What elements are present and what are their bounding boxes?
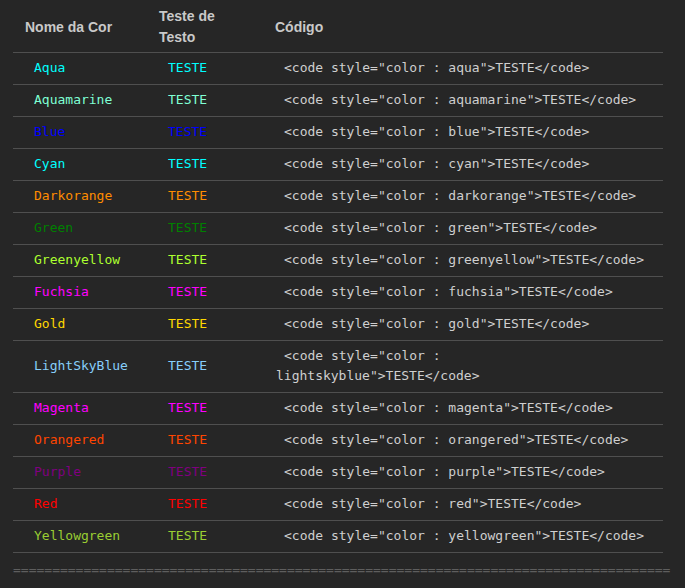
table-row: AquaTESTE<code style="color : aqua">TEST… <box>13 53 663 85</box>
color-name-cell: Fuchsia <box>13 277 147 309</box>
table-row: BlueTESTE<code style="color : blue">TEST… <box>13 117 663 149</box>
color-test-cell: TESTE <box>147 149 263 181</box>
color-name-cell: Greenyellow <box>13 245 147 277</box>
color-test-cell: TESTE <box>147 85 263 117</box>
document: Nome da Cor Teste de Testo Código AquaTE… <box>0 0 685 577</box>
table-row: RedTESTE<code style="color : red">TESTE<… <box>13 489 663 521</box>
color-name-cell: Cyan <box>13 149 147 181</box>
color-table-body: AquaTESTE<code style="color : aqua">TEST… <box>13 53 663 553</box>
color-code-cell: <code style="color : red">TESTE</code> <box>263 489 663 521</box>
color-code-cell: <code style="color : orangered">TESTE</c… <box>263 425 663 457</box>
color-code-cell: <code style="color : darkorange">TESTE</… <box>263 181 663 213</box>
color-table: Nome da Cor Teste de Testo Código AquaTE… <box>13 2 663 553</box>
table-row: GoldTESTE<code style="color : gold">TEST… <box>13 309 663 341</box>
table-row: GreenyellowTESTE<code style="color : gre… <box>13 245 663 277</box>
color-name-cell: Purple <box>13 457 147 489</box>
page: { "theme": { "background": "#262626", "r… <box>0 0 685 588</box>
color-test-cell: TESTE <box>147 393 263 425</box>
color-code-cell: <code style="color : greenyellow">TESTE<… <box>263 245 663 277</box>
color-name-cell: LightSkyBlue <box>13 341 147 393</box>
table-row: PurpleTESTE<code style="color : purple">… <box>13 457 663 489</box>
color-code-cell: <code style="color : green">TESTE</code> <box>263 213 663 245</box>
color-name-cell: Aqua <box>13 53 147 85</box>
color-test-cell: TESTE <box>147 309 263 341</box>
table-row: GreenTESTE<code style="color : green">TE… <box>13 213 663 245</box>
color-name-cell: Green <box>13 213 147 245</box>
color-name-cell: Orangered <box>13 425 147 457</box>
color-name-cell: Magenta <box>13 393 147 425</box>
table-header-row: Nome da Cor Teste de Testo Código <box>13 2 663 53</box>
table-row: YellowgreenTESTE<code style="color : yel… <box>13 521 663 553</box>
color-code-cell: <code style="color : yellowgreen">TESTE<… <box>263 521 663 553</box>
table-row: FuchsiaTESTE<code style="color : fuchsia… <box>13 277 663 309</box>
color-test-cell: TESTE <box>147 181 263 213</box>
color-test-cell: TESTE <box>147 277 263 309</box>
color-name-cell: Yellowgreen <box>13 521 147 553</box>
table-row: OrangeredTESTE<code style="color : orang… <box>13 425 663 457</box>
color-code-cell: <code style="color : magenta">TESTE</cod… <box>263 393 663 425</box>
color-test-cell: TESTE <box>147 53 263 85</box>
color-test-cell: TESTE <box>147 489 263 521</box>
table-row: MagentaTESTE<code style="color : magenta… <box>13 393 663 425</box>
color-code-cell: <code style="color : blue">TESTE</code> <box>263 117 663 149</box>
table-row: CyanTESTE<code style="color : cyan">TEST… <box>13 149 663 181</box>
color-code-cell: <code style="color : aquamarine">TESTE</… <box>263 85 663 117</box>
table-row: AquamarineTESTE<code style="color : aqua… <box>13 85 663 117</box>
color-name-cell: Darkorange <box>13 181 147 213</box>
color-test-cell: TESTE <box>147 117 263 149</box>
color-test-cell: TESTE <box>147 425 263 457</box>
color-code-cell: <code style="color : gold">TESTE</code> <box>263 309 663 341</box>
column-header-text-test: Teste de Testo <box>147 2 263 53</box>
equals-divider: ========================================… <box>13 563 673 577</box>
color-name-cell: Red <box>13 489 147 521</box>
color-code-cell: <code style="color : lightskyblue">TESTE… <box>263 341 663 393</box>
column-header-color-name: Nome da Cor <box>13 2 147 53</box>
table-row: LightSkyBlueTESTE<code style="color : li… <box>13 341 663 393</box>
color-test-cell: TESTE <box>147 213 263 245</box>
color-name-cell: Blue <box>13 117 147 149</box>
color-code-cell: <code style="color : fuchsia">TESTE</cod… <box>263 277 663 309</box>
color-test-cell: TESTE <box>147 457 263 489</box>
color-test-cell: TESTE <box>147 245 263 277</box>
color-code-cell: <code style="color : cyan">TESTE</code> <box>263 149 663 181</box>
color-name-cell: Gold <box>13 309 147 341</box>
table-row: DarkorangeTESTE<code style="color : dark… <box>13 181 663 213</box>
color-name-cell: Aquamarine <box>13 85 147 117</box>
color-code-cell: <code style="color : purple">TESTE</code… <box>263 457 663 489</box>
color-code-cell: <code style="color : aqua">TESTE</code> <box>263 53 663 85</box>
column-header-code: Código <box>263 2 663 53</box>
color-test-cell: TESTE <box>147 341 263 393</box>
color-test-cell: TESTE <box>147 521 263 553</box>
